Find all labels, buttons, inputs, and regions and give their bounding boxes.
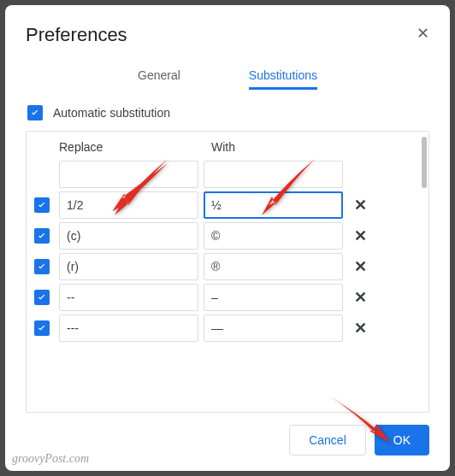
table-row: ✕ bbox=[30, 313, 425, 344]
check-icon bbox=[36, 199, 48, 211]
check-icon bbox=[36, 291, 48, 303]
table-row: ✕ bbox=[30, 220, 425, 251]
replace-input[interactable] bbox=[59, 161, 198, 188]
ok-button[interactable]: OK bbox=[375, 425, 429, 455]
replace-input[interactable] bbox=[59, 253, 198, 280]
close-icon[interactable]: ✕ bbox=[417, 24, 429, 43]
check-icon bbox=[36, 230, 48, 242]
row-checkbox[interactable] bbox=[34, 290, 50, 305]
replace-input[interactable] bbox=[59, 314, 198, 342]
watermark: groovyPost.com bbox=[12, 452, 89, 466]
with-input[interactable] bbox=[204, 222, 343, 250]
delete-row-icon[interactable]: ✕ bbox=[348, 288, 372, 307]
preferences-dialog: Preferences ✕ General Substitutions Auto… bbox=[5, 5, 450, 471]
row-checkbox[interactable] bbox=[34, 259, 50, 274]
table-row: ✕ bbox=[30, 190, 425, 220]
delete-row-icon[interactable]: ✕ bbox=[348, 257, 372, 276]
column-with-header: With bbox=[211, 140, 355, 154]
row-checkbox[interactable] bbox=[34, 197, 50, 213]
auto-substitution-checkbox[interactable] bbox=[27, 105, 43, 120]
replace-input[interactable] bbox=[59, 284, 198, 311]
with-input[interactable] bbox=[204, 253, 343, 280]
dialog-title: Preferences bbox=[26, 24, 429, 46]
replace-input[interactable] bbox=[59, 222, 198, 250]
auto-substitution-label: Automatic substitution bbox=[53, 106, 170, 120]
tabs: General Substitutions bbox=[26, 63, 429, 90]
delete-row-icon[interactable]: ✕ bbox=[348, 319, 372, 338]
delete-row-icon[interactable]: ✕ bbox=[348, 226, 372, 245]
with-input[interactable] bbox=[204, 191, 343, 219]
table-row: ✕ bbox=[30, 251, 425, 282]
replace-input[interactable] bbox=[59, 191, 198, 219]
column-replace-header: Replace bbox=[59, 140, 203, 154]
check-icon bbox=[36, 261, 48, 273]
delete-row-icon[interactable]: ✕ bbox=[348, 196, 372, 214]
scrollbar[interactable] bbox=[422, 137, 427, 188]
cancel-button[interactable]: Cancel bbox=[289, 425, 366, 455]
tab-substitutions[interactable]: Substitutions bbox=[249, 63, 317, 90]
table-row: ✕ bbox=[30, 282, 425, 313]
with-input[interactable] bbox=[204, 314, 343, 342]
row-checkbox[interactable] bbox=[34, 320, 50, 336]
check-icon bbox=[29, 107, 41, 119]
substitutions-table: Replace With ✕✕✕✕✕ bbox=[26, 131, 429, 413]
table-row bbox=[30, 159, 425, 190]
tab-general[interactable]: General bbox=[138, 63, 180, 90]
with-input[interactable] bbox=[204, 161, 343, 188]
check-icon bbox=[36, 322, 48, 334]
with-input[interactable] bbox=[204, 284, 343, 311]
row-checkbox[interactable] bbox=[34, 228, 50, 244]
